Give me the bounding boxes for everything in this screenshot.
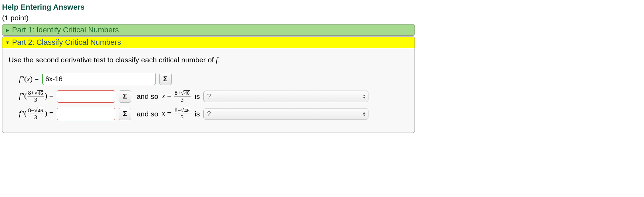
row-critical-b: f″( 8−√46 3 ) = Σ and so x = 8−√46 3 is …: [19, 107, 408, 120]
and-so-text-b: and so: [135, 110, 158, 118]
part2-panel: Use the second derivative test to classi…: [2, 48, 415, 133]
is-text-a: is: [195, 92, 200, 101]
instruction-text: Use the second derivative test to classi…: [9, 56, 408, 64]
sigma-button-1[interactable]: Σ: [159, 73, 172, 85]
sigma-button-2[interactable]: Σ: [119, 90, 131, 103]
fpp-at-b-input[interactable]: [57, 108, 115, 120]
lhs-fpp-b: f″( 8−√46 3 ) =: [19, 107, 53, 120]
instruction-prefix: Use the second derivative test to classi…: [9, 56, 216, 64]
part2-header[interactable]: ▼ Part 2: Classify Critical Numbers: [2, 37, 415, 48]
classification-select-b[interactable]: ?: [203, 108, 368, 120]
and-so-text-a: and so: [135, 92, 158, 101]
lhs-fpp-x: f″(x) =: [19, 74, 39, 83]
classification-select-a[interactable]: ?: [203, 91, 368, 102]
row-critical-a: f″( 8+√46 3 ) = Σ and so x = 8+√46 3 is …: [19, 90, 408, 103]
help-entering-answers-link[interactable]: Help Entering Answers: [2, 3, 85, 12]
lhs-fpp-a: f″( 8+√46 3 ) =: [19, 90, 53, 103]
part1-header[interactable]: ▶ Part 1: Identify Critical Numbers: [2, 24, 415, 36]
chevron-right-icon: ▶: [5, 28, 10, 33]
fpp-at-a-input[interactable]: [57, 90, 115, 103]
select-a-value: ?: [207, 92, 211, 100]
part2-title: Part 2: Classify Critical Numbers: [12, 38, 121, 47]
x-eq-frac-a: x = 8+√46 3: [162, 90, 191, 103]
x-eq-frac-b: x = 8−√46 3: [162, 107, 191, 120]
accordion: ▶ Part 1: Identify Critical Numbers ▼ Pa…: [2, 24, 415, 133]
select-b-value: ?: [207, 110, 211, 118]
chevron-down-icon: ▼: [5, 40, 10, 45]
sigma-button-3[interactable]: Σ: [119, 108, 131, 120]
points-label: (1 point): [2, 14, 642, 22]
part1-title: Part 1: Identify Critical Numbers: [12, 25, 119, 34]
row-second-derivative: f″(x) = Σ: [19, 73, 408, 85]
is-text-b: is: [195, 110, 200, 118]
instruction-suffix: .: [218, 56, 220, 64]
second-derivative-input[interactable]: [42, 73, 156, 85]
